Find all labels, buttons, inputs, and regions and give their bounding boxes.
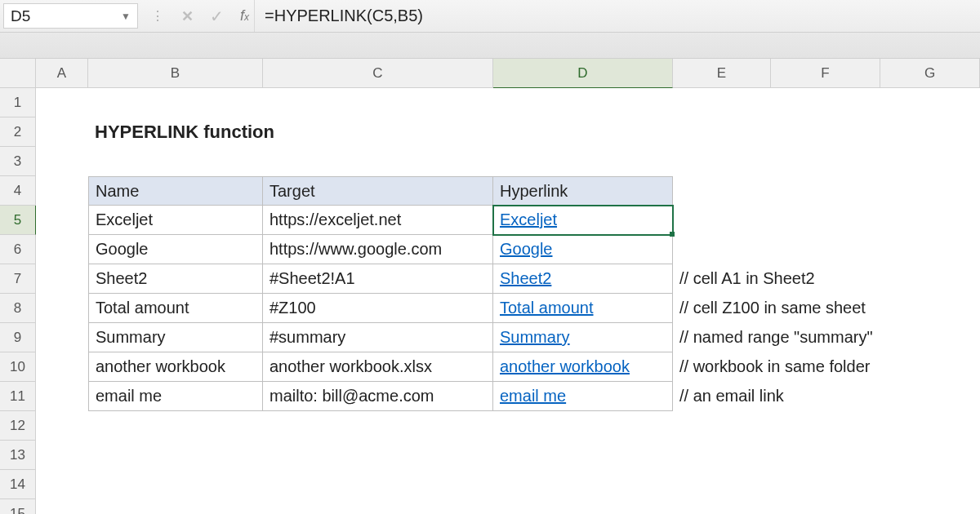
row-head-8[interactable]: 8 — [0, 294, 36, 323]
more-icon[interactable]: ⋮ — [151, 8, 165, 24]
row-head-12[interactable]: 12 — [0, 411, 36, 441]
row-head-7[interactable]: 7 — [0, 264, 36, 294]
col-head-E[interactable]: E — [673, 59, 771, 88]
name-box[interactable]: D5 ▼ — [3, 3, 138, 29]
cell-A1[interactable] — [36, 88, 88, 117]
cell-F8[interactable] — [771, 294, 880, 323]
cell-E6[interactable] — [673, 235, 771, 264]
cell-E11[interactable]: // an email link — [673, 382, 771, 411]
cell-E3[interactable] — [673, 147, 771, 176]
enter-icon[interactable]: ✓ — [210, 7, 224, 26]
cell-A5[interactable] — [36, 206, 88, 235]
cell-F5[interactable] — [771, 206, 880, 235]
cell-A9[interactable] — [36, 323, 88, 352]
cell-A8[interactable] — [36, 294, 88, 323]
cell-F14[interactable] — [771, 470, 880, 499]
hyperlink-cell[interactable]: another workbook — [500, 357, 630, 376]
cell-C13[interactable] — [263, 441, 493, 470]
row-head-10[interactable]: 10 — [0, 352, 36, 382]
col-head-F[interactable]: F — [771, 59, 880, 88]
cell-E10[interactable]: // workbook in same folder — [673, 352, 771, 382]
cell-A15[interactable] — [36, 499, 88, 514]
cell-A7[interactable] — [36, 264, 88, 294]
cell-E14[interactable] — [673, 470, 771, 499]
cell-D8[interactable]: Total amount — [493, 294, 673, 323]
cell-D6[interactable]: Google — [493, 235, 673, 264]
cell-G3[interactable] — [880, 147, 980, 176]
cell-E7[interactable]: // cell A1 in Sheet2 — [673, 264, 771, 294]
cell-F9[interactable] — [771, 323, 880, 352]
col-head-B[interactable]: B — [88, 59, 263, 88]
cell-D9[interactable]: Summary — [493, 323, 673, 352]
col-head-C[interactable]: C — [263, 59, 493, 88]
cell-E2[interactable] — [673, 117, 771, 147]
cell-F1[interactable] — [771, 88, 880, 117]
cell-C6[interactable]: https://www.google.com — [263, 235, 493, 264]
cancel-icon[interactable]: ✕ — [181, 7, 194, 25]
cell-F12[interactable] — [771, 411, 880, 441]
cell-C11[interactable]: mailto: bill@acme.com — [263, 382, 493, 411]
cell-B11[interactable]: email me — [88, 382, 263, 411]
cell-A2[interactable] — [36, 117, 88, 147]
cell-G11[interactable] — [880, 382, 980, 411]
cell-B15[interactable] — [88, 499, 263, 514]
cell-G14[interactable] — [880, 470, 980, 499]
hyperlink-cell[interactable]: Google — [500, 240, 553, 259]
cell-D15[interactable] — [493, 499, 673, 514]
cell-E4[interactable] — [673, 176, 771, 206]
cell-B3[interactable] — [88, 147, 263, 176]
cell-D3[interactable] — [493, 147, 673, 176]
row-head-9[interactable]: 9 — [0, 323, 36, 352]
col-head-A[interactable]: A — [36, 59, 88, 88]
cell-F3[interactable] — [771, 147, 880, 176]
cell-C8[interactable]: #Z100 — [263, 294, 493, 323]
cell-B8[interactable]: Total amount — [88, 294, 263, 323]
cell-D14[interactable] — [493, 470, 673, 499]
row-head-4[interactable]: 4 — [0, 176, 36, 206]
row-head-11[interactable]: 11 — [0, 382, 36, 411]
cell-B6[interactable]: Google — [88, 235, 263, 264]
cell-D1[interactable] — [493, 88, 673, 117]
cell-A10[interactable] — [36, 352, 88, 382]
formula-bar[interactable]: =HYPERLINK(C5,B5) — [254, 0, 980, 32]
cell-G10[interactable] — [880, 352, 980, 382]
cell-F7[interactable] — [771, 264, 880, 294]
hyperlink-cell[interactable]: Summary — [500, 328, 570, 347]
fx-icon[interactable]: fx — [240, 7, 249, 24]
cell-A3[interactable] — [36, 147, 88, 176]
cell-G7[interactable] — [880, 264, 980, 294]
cell-D2[interactable] — [493, 117, 673, 147]
cell-A4[interactable] — [36, 176, 88, 206]
cell-D13[interactable] — [493, 441, 673, 470]
cell-B12[interactable] — [88, 411, 263, 441]
chevron-down-icon[interactable]: ▼ — [121, 11, 131, 22]
cell-G13[interactable] — [880, 441, 980, 470]
cell-C14[interactable] — [263, 470, 493, 499]
cell-E5[interactable] — [673, 206, 771, 235]
cell-G4[interactable] — [880, 176, 980, 206]
cell-G12[interactable] — [880, 411, 980, 441]
cell-E12[interactable] — [673, 411, 771, 441]
cell-C3[interactable] — [263, 147, 493, 176]
table-head-hyperlink[interactable]: Hyperlink — [493, 176, 673, 206]
cell-G15[interactable] — [880, 499, 980, 514]
cell-D11[interactable]: email me — [493, 382, 673, 411]
row-head-1[interactable]: 1 — [0, 88, 36, 117]
cell-B9[interactable]: Summary — [88, 323, 263, 352]
cell-G5[interactable] — [880, 206, 980, 235]
cell-F4[interactable] — [771, 176, 880, 206]
cell-D12[interactable] — [493, 411, 673, 441]
cell-D5-selected[interactable]: Exceljet — [493, 206, 673, 235]
cell-C15[interactable] — [263, 499, 493, 514]
row-head-5[interactable]: 5 — [0, 206, 36, 235]
col-head-G[interactable]: G — [880, 59, 980, 88]
hyperlink-cell[interactable]: Exceljet — [500, 210, 557, 229]
cell-E15[interactable] — [673, 499, 771, 514]
cell-A12[interactable] — [36, 411, 88, 441]
select-all-corner[interactable] — [0, 59, 36, 88]
cell-A13[interactable] — [36, 441, 88, 470]
cell-E9[interactable]: // named range "summary" — [673, 323, 771, 352]
hyperlink-cell[interactable]: Total amount — [500, 299, 594, 317]
cell-B7[interactable]: Sheet2 — [88, 264, 263, 294]
cell-C1[interactable] — [263, 88, 493, 117]
